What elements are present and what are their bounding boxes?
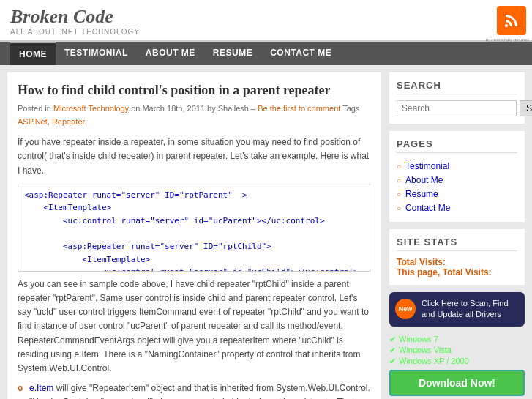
pages-section: PAGES Testimonial About Me Resume Contac… [389, 131, 525, 222]
svg-point-0 [505, 24, 508, 27]
meta-posted-in: Posted in [18, 104, 51, 113]
search-section: SEARCH Search [389, 72, 525, 124]
list-link-1[interactable]: e.Item [29, 383, 53, 393]
pages-item-resume: Resume [397, 187, 517, 201]
rss-icon[interactable] [497, 6, 526, 35]
pages-link-resume[interactable]: Resume [405, 189, 438, 199]
sidebar: SEARCH Search PAGES Testimonial About Me… [389, 72, 525, 399]
search-input[interactable] [397, 100, 517, 116]
nav-resume[interactable]: RESUME [204, 42, 261, 65]
pages-link-contact[interactable]: Contact Me [405, 203, 450, 213]
ad-text: Click Here to Scan, Find and Update all … [422, 298, 519, 321]
code-block[interactable]: <asp:Repeater runat="server" ID="rptPare… [18, 184, 370, 272]
os3-text: Windows XP / 2000 [399, 357, 469, 365]
pages-link-testimonial[interactable]: Testimonial [405, 161, 449, 171]
meta-category[interactable]: Microsoft Technology [53, 104, 129, 113]
post-title: How to find child control's position in … [18, 83, 370, 98]
ad-checkmarks: ✔Windows 7 ✔Windows Vista ✔Windows XP / … [389, 334, 525, 367]
pages-item-contact: Contact Me [397, 201, 517, 215]
check2: ✔ [389, 346, 396, 354]
os2-text: Windows Vista [399, 346, 452, 354]
download-button[interactable]: Download Now! [389, 370, 525, 396]
pages-item-about: About Me [397, 173, 517, 187]
post-body: If you have repeater inside a repeater, … [18, 135, 370, 399]
ad-new-badge: New [395, 299, 416, 319]
os1: ✔Windows 7 [389, 334, 525, 345]
meta-date: on March 18th, 2011 by Shailesh – [131, 104, 255, 113]
site-header: BY FEEDBURNER Broken Code All About .Net… [0, 0, 532, 42]
check3: ✔ [389, 357, 396, 365]
site-title: Broken Code [10, 6, 522, 28]
nav-about[interactable]: ABOUT ME [137, 42, 204, 65]
pages-link-about[interactable]: About Me [405, 175, 443, 185]
meta-tags: Tags [342, 104, 359, 113]
nav-home[interactable]: HOME [10, 42, 56, 65]
search-section-title: SEARCH [397, 80, 517, 94]
pages-section-title: PAGES [397, 138, 517, 153]
pages-list: Testimonial About Me Resume Contact Me [397, 159, 517, 215]
total-visits-label: Total Visits: [397, 257, 517, 267]
search-row: Search [397, 100, 517, 116]
page-layout: How to find child control's position in … [0, 65, 532, 399]
nav-testimonial[interactable]: TESTIMONIAL [56, 42, 137, 65]
meta-tag1[interactable]: ASP.Net [18, 117, 48, 126]
post-intro: If you have repeater inside a repeater, … [18, 135, 370, 178]
main-nav: HOME TESTIMONIAL ABOUT ME RESUME CONTACT… [0, 42, 532, 65]
main-content: How to find child control's position in … [7, 72, 381, 399]
page-visits-label: This page, Total Visits: [397, 267, 517, 277]
check1: ✔ [389, 335, 396, 343]
os2: ✔Windows Vista [389, 345, 525, 356]
stats-section-title: SITE STATS [397, 236, 517, 251]
feedburner-label: BY FEEDBURNER [486, 38, 529, 43]
list-text-1: will give "RepeaterItem" object and that… [29, 383, 370, 399]
list-item-1: e.Item will give "RepeaterItem" object a… [18, 381, 370, 399]
os1-text: Windows 7 [399, 335, 438, 343]
nav-contact[interactable]: CONTACT ME [261, 42, 340, 65]
os3: ✔Windows XP / 2000 [389, 356, 525, 367]
post-meta: Posted in Microsoft Technology on March … [18, 102, 370, 128]
pages-item-testimonial: Testimonial [397, 159, 517, 173]
meta-comment[interactable]: Be the first to comment [258, 104, 340, 113]
site-subtitle: All About .Net Technology [10, 28, 522, 36]
rss-svg [503, 12, 520, 29]
code-content: <asp:Repeater runat="server" ID="rptPare… [24, 189, 364, 272]
meta-tag2[interactable]: Repeater [52, 117, 85, 126]
stats-section: SITE STATS Total Visits: This page, Tota… [389, 229, 525, 285]
ad-banner[interactable]: New Click Here to Scan, Find and Update … [389, 292, 525, 327]
post-explanation: As you can see in sample code above, I h… [18, 277, 370, 376]
search-button[interactable]: Search [520, 100, 532, 116]
